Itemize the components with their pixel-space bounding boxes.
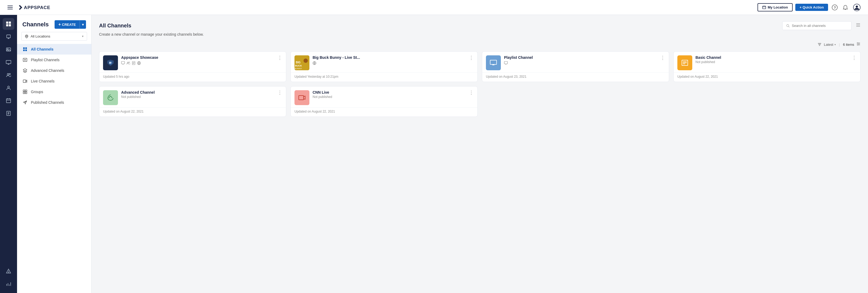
sidebar-item-live-channels[interactable]: Live Channels [17,76,91,87]
card-menu-button[interactable]: ⋮ [852,55,857,60]
search-input[interactable] [792,24,847,28]
my-location-label: My Location [768,5,788,9]
help-button[interactable]: ? [831,3,839,11]
svg-rect-13 [7,35,10,38]
card-name: Big Buck Bunny - Live St... [313,55,466,60]
content-subtitle: Create a new channel or manage your exis… [99,32,861,36]
topnav-left: APPSPACE [6,4,55,11]
rail-publish-button[interactable] [3,31,14,42]
svg-text:BUNNY: BUNNY [294,67,302,70]
svg-rect-66 [490,60,497,64]
topnav-right: My Location + Quick Action ? [757,3,862,12]
svg-point-51 [127,62,128,63]
hamburger-button[interactable] [6,4,14,10]
my-location-button[interactable]: My Location [757,3,793,11]
svg-text:?: ? [834,6,836,9]
main-content: All Channels Create a new channel or man… [92,15,868,293]
svg-marker-73 [304,96,305,99]
globe-icon [137,61,141,66]
card-thumb [677,55,692,70]
card-playlist-channel[interactable]: Playlist Channel ⋮ Updated on August 23,… [482,52,669,82]
card-top: BIGBUCKBUNNY Big Buck Bunny - Live St...… [291,52,477,72]
svg-rect-67 [504,62,507,64]
logo: APPSPACE [18,4,55,11]
svg-point-17 [7,73,9,75]
sidebar-item-label: Advanced Channels [31,68,64,73]
sidebar-item-published-channels[interactable]: Published Channels [17,97,91,108]
list-view-button[interactable] [856,23,861,29]
sidebar-item-label: Playlist Channels [31,58,59,62]
card-menu-button[interactable]: ⋮ [277,55,282,60]
rail-chart-button[interactable] [3,278,14,290]
svg-text:BIG: BIG [296,61,301,64]
svg-point-46 [857,42,858,43]
rail-users-button[interactable] [3,69,14,81]
svg-rect-25 [23,47,25,49]
card-footer: Updated Yesterday at 10:21pm [291,72,477,82]
groups-icon [22,89,28,95]
svg-point-47 [859,44,860,44]
rail-warning-button[interactable] [3,265,14,277]
filter-bar: Latest ▾ | 6 items [99,42,861,47]
rail-person-button[interactable] [3,82,14,94]
svg-rect-20 [6,99,11,103]
filter-divider: | [839,42,840,46]
card-name: Playlist Channel [504,55,657,60]
svg-point-48 [858,45,859,45]
layers-icon [22,68,28,73]
card-status: Not published [695,60,848,64]
create-label: CREATE [62,23,76,27]
rail-dashboard-button[interactable] [3,18,14,30]
rail-image-button[interactable] [3,44,14,55]
search-box [782,21,851,30]
user-avatar-button[interactable] [852,3,862,12]
content-header: All Channels [99,21,861,30]
sidebar-item-all-channels[interactable]: All Channels [17,44,91,55]
rail-display-button[interactable] [3,57,14,68]
sidebar: Channels + CREATE ▾ All Locations ▾ All … [17,15,92,293]
sort-button[interactable]: Latest ▾ [824,42,836,46]
svg-point-18 [9,73,10,74]
card-advanced-channel[interactable]: Advanced Channel Not published ⋮ Updated… [99,86,286,117]
svg-rect-27 [23,50,25,51]
sidebar-item-advanced-channels[interactable]: Advanced Channels [17,65,91,76]
rail-contacts-button[interactable] [3,107,14,119]
svg-text:APPSPACE: APPSPACE [24,5,50,10]
create-button[interactable]: + CREATE ▾ [55,20,86,29]
svg-rect-1 [763,6,766,9]
card-footer: Updated on August 23, 2021 [482,72,669,82]
card-name: Appspace Showcase [121,55,274,60]
filter-settings-button[interactable] [856,42,861,47]
globe-icon [313,61,316,66]
svg-point-23 [8,272,8,272]
card-thumb [486,55,501,70]
card-menu-button[interactable]: ⋮ [469,55,474,60]
card-thumb: BIGBUCKBUNNY [294,55,309,70]
card-big-buck-bunny[interactable]: BIGBUCKBUNNY Big Buck Bunny - Live St...… [290,52,478,82]
create-button-arrow[interactable]: ▾ [80,21,86,29]
quick-action-button[interactable]: + Quick Action [795,4,828,11]
card-appspace-showcase[interactable]: Appspace Showcase ⋮ Updated 5 hrs ago [99,52,286,82]
card-footer: Updated on August 22, 2021 [99,107,286,117]
create-button-main[interactable]: + CREATE [55,20,80,29]
card-cnn-live[interactable]: CNN Live Not published ⋮ Updated on Augu… [290,86,478,117]
sidebar-item-groups[interactable]: Groups [17,87,91,97]
svg-rect-34 [25,90,27,92]
card-status: Not published [121,95,274,99]
svg-point-8 [856,6,858,8]
card-menu-button[interactable]: ⋮ [469,90,474,95]
card-top: CNN Live Not published ⋮ [291,87,477,107]
card-info: CNN Live Not published [313,90,466,99]
card-basic-channel[interactable]: Basic Channel Not published ⋮ Updated on… [673,52,861,82]
svg-point-52 [129,62,130,63]
svg-rect-72 [299,96,304,100]
rail-calendar-button[interactable] [3,95,14,106]
card-menu-button[interactable]: ⋮ [277,90,282,95]
notifications-button[interactable] [841,3,849,11]
count-label: items [846,42,854,46]
sidebar-item-label: Published Channels [31,100,64,105]
location-select[interactable]: All Locations ▾ [21,32,87,41]
card-thumb [103,90,118,105]
sidebar-item-playlist-channels[interactable]: Playlist Channels [17,55,91,65]
card-menu-button[interactable]: ⋮ [660,55,665,60]
